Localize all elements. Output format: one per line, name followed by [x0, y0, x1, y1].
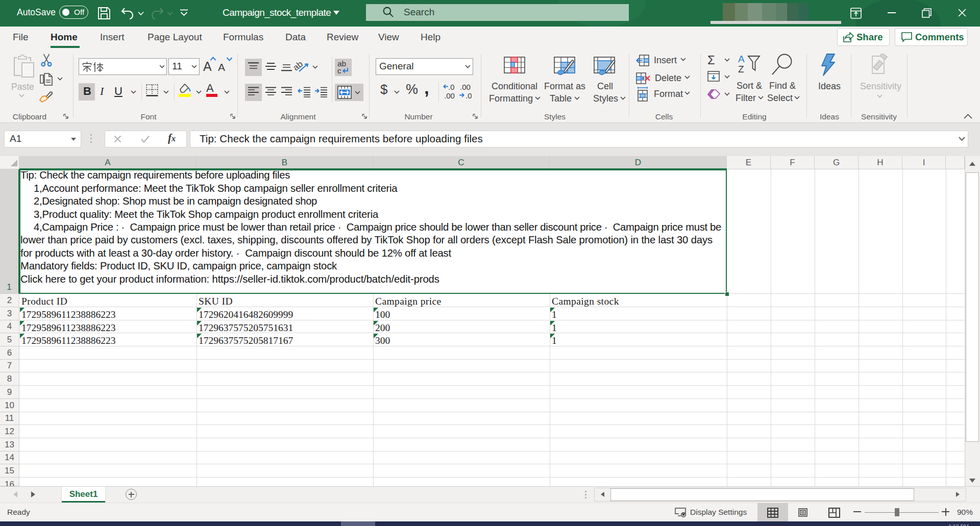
- svg-text:.00: .00: [460, 83, 471, 91]
- svg-text:.00: .00: [444, 91, 455, 100]
- svg-text:c: c: [337, 66, 341, 75]
- svg-text:Z: Z: [738, 64, 744, 73]
- svg-text:A: A: [738, 54, 745, 64]
- svg-text:.0: .0: [465, 91, 472, 100]
- svg-text:.0: .0: [448, 83, 455, 91]
